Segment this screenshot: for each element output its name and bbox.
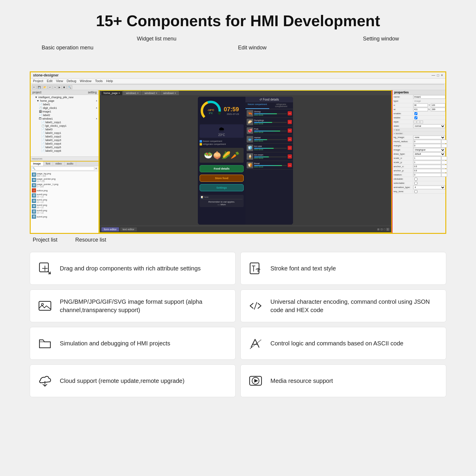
- image-icon: [36, 297, 54, 315]
- resource-item[interactable]: 🖼 juage_bg.png 300 × 200: [31, 172, 98, 177]
- prop-anchorx-input[interactable]: [413, 165, 441, 168]
- menu-project[interactable]: Project: [33, 79, 43, 83]
- prop-style: style:: [392, 120, 445, 124]
- resource-item[interactable]: 🖼 juage_pointer_1.png 0 × 154: [31, 183, 98, 188]
- prop-visible-checkbox[interactable]: [414, 116, 417, 119]
- tree-label3copy2[interactable]: 📄 label3_copy2: [31, 135, 98, 138]
- code-icon: [247, 297, 264, 315]
- svg-rect-5: [40, 263, 48, 272]
- prop-bgimage: bg_image: none: [392, 135, 445, 140]
- prop-margin-input2[interactable]: [441, 144, 447, 148]
- menu-edit[interactable]: Edit: [47, 79, 52, 83]
- tree-home-page[interactable]: ▼home_page∧: [31, 99, 98, 103]
- resource-tab-video[interactable]: video: [53, 162, 65, 166]
- phone-dashboard: -19°C 3°C 07:59 2021-07-23: [198, 97, 245, 225]
- food-row-icecream: 🍦 Ice cream 2021-09-03 —: [245, 152, 293, 161]
- tree-digit-clock1[interactable]: 🕐 digit_clock1 ∧: [31, 106, 98, 110]
- prop-keytone-checkbox[interactable]: [414, 190, 417, 193]
- tree-label3copy5[interactable]: 📄 label3_copy5: [31, 145, 98, 149]
- prop-animtype-select[interactable]: 4: [413, 186, 445, 189]
- prop-anchorx-input2[interactable]: [441, 165, 447, 168]
- prop-clickable-checkbox[interactable]: [414, 178, 417, 181]
- ide-window-controls[interactable]: —□×: [432, 73, 443, 77]
- prop-margin-input[interactable]: [413, 144, 441, 148]
- tab-freezer[interactable]: freezer compartment: [245, 102, 269, 109]
- menu-tools[interactable]: Tools: [95, 79, 103, 83]
- menu-view[interactable]: View: [56, 79, 63, 83]
- tab-window2[interactable]: window2 ×: [142, 91, 160, 95]
- prop-selectable-checkbox[interactable]: [414, 182, 417, 185]
- resource-item[interactable]: 🖼 juage_pointer.png 13 × 152: [31, 177, 98, 183]
- prop-w-input[interactable]: [413, 108, 428, 111]
- resource-tabs[interactable]: image font video audio: [31, 161, 98, 166]
- resource-tab-image[interactable]: image: [31, 162, 43, 166]
- prop-enable-checkbox[interactable]: [414, 112, 417, 115]
- food-tabs[interactable]: freezer compartment refrigerator compart…: [245, 102, 293, 109]
- bottom-tab-form[interactable]: form editor: [101, 227, 119, 231]
- resource-add-btn[interactable]: +: [94, 167, 98, 170]
- resource-item[interactable]: 🖼 sum1.png 16 × 22: [31, 198, 98, 203]
- prop-wh: w: h:: [392, 107, 445, 112]
- tree-lgit-clock-copy[interactable]: 🕐 lgit_clock1_copy1: [31, 124, 98, 128]
- prop-name-input[interactable]: [413, 95, 445, 99]
- nav-food-details[interactable]: Food details: [200, 165, 244, 172]
- resource-item[interactable]: 🖼 sum3.png 16 × 22: [31, 209, 98, 214]
- resource-item[interactable]: 🖼 sum4.png: [31, 214, 98, 219]
- prop-scalex-input[interactable]: [413, 156, 441, 160]
- prop-state-select[interactable]: normal pressed disabled: [413, 124, 445, 128]
- prop-bgimage-select[interactable]: none: [413, 136, 445, 139]
- tree-root[interactable]: ▼intelligent_charging_pile_new: [31, 95, 98, 99]
- tree-label3copy6[interactable]: 📄 label3_copy6: [31, 149, 98, 153]
- tree-window1[interactable]: 🗔 window1 ∧: [31, 117, 98, 120]
- tree-label3[interactable]: 📄 label3: [31, 128, 98, 131]
- features-grid: Drag and drop components with rich attri…: [30, 252, 446, 409]
- tree-image1[interactable]: 🖼 image1: [31, 110, 98, 113]
- prop-image: image: chargingcar: [392, 148, 445, 152]
- tree-label3copy1[interactable]: 📄 label3_copy1: [31, 131, 98, 135]
- prop-scaley-input2[interactable]: [441, 161, 447, 164]
- nav-settings[interactable]: Settings: [200, 184, 244, 191]
- menu-help[interactable]: Help: [106, 79, 113, 83]
- editor-tabs[interactable]: home_page × window1 × window2 × window4 …: [100, 91, 391, 95]
- prop-y-input[interactable]: [431, 104, 445, 107]
- prop-image-select[interactable]: chargingcar: [413, 148, 445, 152]
- prop-h-input[interactable]: [431, 108, 445, 111]
- prop-scalex-input2[interactable]: [441, 156, 447, 160]
- prop-scaley-input[interactable]: [413, 161, 441, 164]
- tab-home-page[interactable]: home_page ×: [101, 91, 123, 95]
- tree-label1copy1[interactable]: 📄 label1_copy1: [31, 120, 98, 124]
- tab-refrigerator[interactable]: refrigerator compartment: [269, 102, 293, 109]
- phone-date: 2021-07-23: [224, 113, 239, 115]
- food-row-pork: 🥩 Pork 2021-09-29 —: [245, 126, 293, 135]
- menu-debug[interactable]: Debug: [67, 79, 76, 83]
- tree-label3copy4[interactable]: 📄 label3_copy4: [31, 142, 98, 145]
- prop-x-input[interactable]: [413, 104, 428, 107]
- prop-rotation-input[interactable]: [413, 173, 441, 177]
- resource-tab-audio[interactable]: audio: [65, 162, 76, 166]
- prop-drawtype-select[interactable]: default: [413, 152, 445, 156]
- resource-tab-font[interactable]: font: [43, 162, 53, 166]
- resource-item[interactable]: 🖼 sum2.png 16 × 22: [31, 203, 98, 209]
- tree-label3copy3[interactable]: 📄 label3_copy3: [31, 138, 98, 142]
- prop-rotation-input2[interactable]: [441, 173, 447, 177]
- bottom-tab-text[interactable]: text editor: [120, 227, 137, 231]
- ide-menubar[interactable]: Project Edit View Debug Window Tools Hel…: [31, 79, 445, 84]
- prop-roundradius-input[interactable]: [413, 140, 441, 143]
- prop-xy: x: Y: [392, 103, 445, 107]
- prop-anchory-input[interactable]: [413, 169, 441, 173]
- prop-roundradius-input2[interactable]: [441, 140, 447, 143]
- tree-label1[interactable]: 📄 label1: [31, 103, 98, 106]
- resource-item-warning[interactable]: ⚠ notice.png: [31, 188, 98, 193]
- feature-unicode: Universal character encoding, command co…: [240, 289, 446, 322]
- menu-window[interactable]: Window: [80, 79, 91, 83]
- tab-window1[interactable]: window1 ×: [123, 91, 141, 95]
- prop-anchorx: anchor_x:: [392, 165, 445, 169]
- weather-temp: 23°C: [218, 133, 225, 137]
- food-row-shrimp: 🦐 Shrimp 2021-09-05 —: [245, 109, 293, 118]
- tab-window4[interactable]: window4 ×: [161, 91, 179, 95]
- food-header: ↺ Food details: [245, 97, 293, 102]
- resource-item[interactable]: 🖼 sum0.png 16 × 22: [31, 193, 98, 198]
- prop-anchory-input2[interactable]: [441, 169, 447, 173]
- tree-label2[interactable]: 📄 label2: [31, 113, 98, 117]
- nav-store-food[interactable]: Store food: [200, 175, 244, 182]
